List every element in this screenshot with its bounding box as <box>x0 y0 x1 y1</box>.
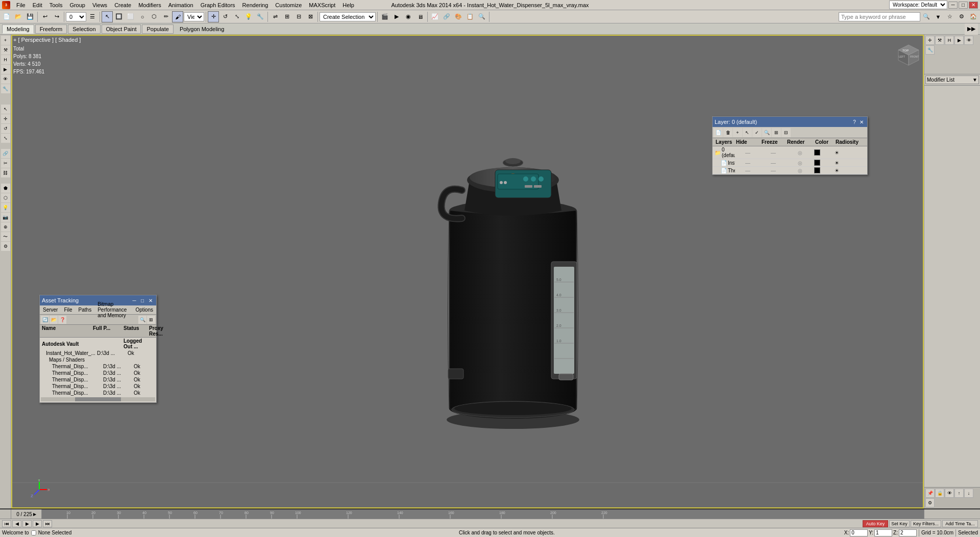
asset-row-thermal4[interactable]: Thermal_Disp... D:\3d ... Ok <box>40 383 156 390</box>
layer-row-instant[interactable]: 📄 Instant_Hot_Water_Dispenser_5l... — — … <box>713 159 867 167</box>
sidebar-cameras-icon[interactable]: 📷 <box>1 213 10 222</box>
new-button[interactable]: 📄 <box>1 11 12 22</box>
select-move-button[interactable]: ✛ <box>208 11 219 22</box>
menu-animation[interactable]: Animation <box>165 2 197 9</box>
paint-select-button[interactable]: 🖌 <box>172 11 183 22</box>
layer-panel-close-button[interactable]: ✕ <box>858 118 865 125</box>
menu-edit[interactable]: Edit <box>30 2 45 9</box>
layer-find-button[interactable]: 🔍 <box>762 128 771 137</box>
asset-filter-button[interactable]: 🔍 <box>138 316 146 324</box>
key-filters-button[interactable]: Key Filters... <box>911 520 941 527</box>
select-object-button[interactable]: ↖ <box>102 11 113 22</box>
asset-row-thermal5[interactable]: Thermal_Disp... D:\3d ... Ok <box>40 390 156 396</box>
layer-color-swatch[interactable] <box>814 149 820 156</box>
render-button[interactable]: ▶ <box>391 11 402 22</box>
open-button[interactable]: 📂 <box>13 11 24 22</box>
menu-modifiers[interactable]: Modifiers <box>135 2 164 9</box>
layer-instant-color[interactable] <box>814 160 820 166</box>
lasso-select-button[interactable]: ✏ <box>160 11 172 22</box>
prev-frame-button[interactable]: ◀ <box>12 520 21 527</box>
asset-menu-server[interactable]: Server <box>41 306 60 313</box>
asset-minimize-button[interactable]: ─ <box>131 297 138 304</box>
modifier-list-dropdown[interactable]: Modifier List ▼ <box>925 75 979 84</box>
asset-expand-button[interactable]: ⊞ <box>147 316 155 324</box>
layer-select[interactable]: 0 <box>66 12 86 21</box>
layer-row-default[interactable]: 📁 0 (default) ✓ — — ◎ ☀ <box>713 146 867 159</box>
sidebar-geometry-icon[interactable]: ⬡ <box>1 193 10 202</box>
asset-refresh-button[interactable]: 🔄 <box>41 316 49 324</box>
sidebar-display-icon[interactable]: 👁 <box>1 74 10 84</box>
menu-help[interactable]: Help <box>339 2 357 9</box>
layer-thermal-color[interactable] <box>814 167 820 173</box>
sidebar-link-icon[interactable]: 🔗 <box>1 149 10 158</box>
cmd-motion-icon[interactable]: ▶ <box>954 36 964 45</box>
rp-pin-icon[interactable]: 📌 <box>925 489 935 498</box>
welcome-checkbox[interactable] <box>31 530 36 535</box>
save-button[interactable]: 💾 <box>24 11 36 22</box>
cmd-create-icon[interactable]: ✛ <box>925 36 935 45</box>
create-selection-set[interactable]: Create Selection Set <box>320 12 376 21</box>
extra-options-button[interactable]: ▶▶ <box>965 23 978 35</box>
close-button[interactable]: ✕ <box>969 2 978 9</box>
select-rotate-button[interactable]: ↺ <box>219 11 231 22</box>
active-shade-button[interactable]: ◉ <box>403 11 414 22</box>
sidebar-unlink-icon[interactable]: ✂ <box>1 159 10 168</box>
search-options-button[interactable]: ▼ <box>933 11 944 22</box>
sidebar-rotate-icon[interactable]: ↺ <box>1 124 10 133</box>
menu-tools[interactable]: Tools <box>46 2 66 9</box>
render-setup-button[interactable]: 🎬 <box>379 11 390 22</box>
sidebar-scale-icon[interactable]: ⤡ <box>1 134 10 143</box>
rp-down-icon[interactable]: ↓ <box>964 489 973 498</box>
sidebar-select-icon[interactable]: ↖ <box>1 105 10 114</box>
schematic-button[interactable]: 🔗 <box>441 11 452 22</box>
x-input[interactable] <box>850 529 868 536</box>
sidebar-hierarchy-icon[interactable]: H <box>1 55 10 64</box>
cmd-modify-icon[interactable]: ⚒ <box>935 36 944 45</box>
go-end-button[interactable]: ⏭ <box>43 520 52 527</box>
sidebar-systems-icon[interactable]: ⚙ <box>1 242 10 251</box>
layer-expand-button[interactable]: ⊞ <box>772 128 781 137</box>
timeline-track[interactable]: 10 20 30 40 50 60 70 80 90 <box>42 509 924 519</box>
sidebar-spacewarps-icon[interactable]: 〜 <box>1 232 10 241</box>
layer-create-button[interactable]: 📄 <box>714 128 723 137</box>
menu-graph-editors[interactable]: Graph Editors <box>198 2 238 9</box>
layer-manager-button[interactable]: 📋 <box>464 11 476 22</box>
curve-editor-button[interactable]: 📈 <box>429 11 440 22</box>
rp-show-icon[interactable]: 👁 <box>945 489 954 498</box>
asset-row-instant[interactable]: Instant_Hot_Water_... D:\3d ... Ok <box>40 350 156 356</box>
layer-add-selection-button[interactable]: + <box>733 128 742 137</box>
select-filter-button[interactable]: ☰ <box>87 11 98 22</box>
menu-file[interactable]: File <box>13 2 29 9</box>
select-scale-button[interactable]: ⤡ <box>231 11 242 22</box>
menu-views[interactable]: Views <box>89 2 110 9</box>
sidebar-bind-icon[interactable]: ⛓ <box>1 168 10 177</box>
menu-create[interactable]: Create <box>111 2 134 9</box>
rect-select-button[interactable]: ⬜ <box>125 11 136 22</box>
menu-rendering[interactable]: Rendering <box>239 2 272 9</box>
rp-up-icon[interactable]: ↑ <box>954 489 964 498</box>
go-start-button[interactable]: ⏮ <box>2 520 11 527</box>
layer-collapse-button[interactable]: ⊟ <box>781 128 791 137</box>
add-time-tag-button[interactable]: Add Time Ta... <box>942 520 978 527</box>
asset-missing-button[interactable]: ❓ <box>58 316 66 324</box>
spacing-button[interactable]: ⊟ <box>293 11 304 22</box>
clone-button[interactable]: ⊠ <box>305 11 316 22</box>
cmd-display-icon[interactable]: 👁 <box>964 36 973 45</box>
bookmark-button[interactable]: ☆ <box>944 11 955 22</box>
asset-menu-bitmap[interactable]: Bitmap Performance and Memory <box>95 301 131 319</box>
align-button[interactable]: ⊞ <box>281 11 292 22</box>
next-frame-button[interactable]: ▶ <box>33 520 42 527</box>
render-explorer-button[interactable]: 🔍 <box>476 11 487 22</box>
menu-customize[interactable]: Customize <box>272 2 305 9</box>
mirror-button[interactable]: ⇌ <box>270 11 281 22</box>
sidebar-move-icon[interactable]: ✛ <box>1 114 10 123</box>
navigation-cube[interactable]: TOP LEFT FRONT <box>893 40 919 65</box>
asset-horizontal-scrollbar[interactable] <box>41 397 155 401</box>
asset-menu-paths[interactable]: Paths <box>77 306 94 313</box>
layer-select-button[interactable]: ↖ <box>743 128 752 137</box>
workspace-select[interactable]: Workspace: Default <box>889 1 947 9</box>
minimize-button[interactable]: ─ <box>948 2 958 9</box>
redo-button[interactable]: ↪ <box>51 11 62 22</box>
home-button[interactable]: 🏠 <box>968 11 979 22</box>
z-input[interactable] <box>899 529 917 536</box>
